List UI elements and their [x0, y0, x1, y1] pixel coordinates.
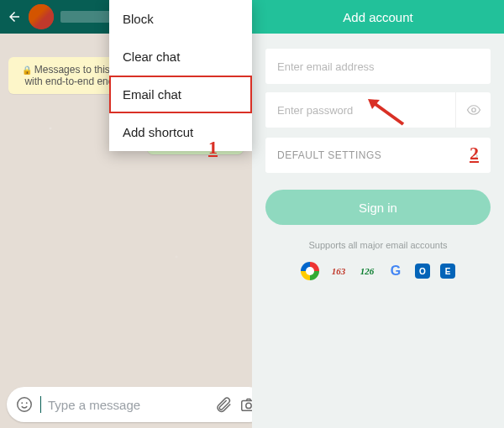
provider-google-icon: G [386, 262, 405, 280]
add-account-panel: Add account DEFAULT SETTINGS › Sign in S… [252, 0, 504, 428]
message-input[interactable] [48, 398, 207, 412]
annotation-1: 1 [208, 137, 218, 159]
supports-label: Supports all major email accounts [265, 240, 491, 250]
sign-in-label: Sign in [359, 201, 397, 215]
lock-icon: 🔒 [22, 65, 32, 75]
svg-point-0 [18, 398, 32, 412]
menu-item-block[interactable]: Block [109, 0, 252, 38]
provider-qq-icon [301, 262, 319, 280]
avatar[interactable] [29, 4, 54, 29]
svg-point-1 [21, 402, 23, 404]
menu-item-email-chat[interactable]: Email chat [109, 76, 252, 113]
add-account-title: Add account [343, 10, 412, 24]
menu-item-clear-chat[interactable]: Clear chat [109, 38, 252, 76]
email-field[interactable] [265, 49, 491, 84]
annotation-2: 2 [470, 143, 479, 164]
sign-in-button[interactable]: Sign in [265, 190, 491, 225]
provider-logos: 163 126 G O E [265, 262, 491, 280]
emoji-icon[interactable] [15, 395, 34, 414]
overflow-menu: Block Clear chat Email chat Add shortcut [109, 0, 252, 151]
default-settings-label: DEFAULT SETTINGS [277, 149, 381, 161]
show-password-icon[interactable] [455, 92, 491, 128]
svg-point-2 [26, 402, 28, 404]
message-input-container [7, 387, 266, 422]
provider-126-icon: 126 [358, 262, 376, 280]
svg-point-5 [471, 108, 475, 112]
password-row [265, 92, 491, 128]
menu-item-add-shortcut[interactable]: Add shortcut [109, 113, 252, 151]
back-icon[interactable] [7, 9, 22, 24]
add-account-body: DEFAULT SETTINGS › Sign in Supports all … [252, 34, 504, 295]
provider-exchange-icon: E [440, 264, 455, 279]
provider-163-icon: 163 [329, 262, 348, 280]
default-settings-row[interactable]: DEFAULT SETTINGS › [265, 138, 491, 173]
password-field[interactable] [265, 92, 455, 128]
add-account-header: Add account [252, 0, 504, 34]
svg-point-4 [246, 403, 251, 408]
text-cursor [40, 396, 41, 413]
attach-icon[interactable] [214, 395, 233, 414]
provider-outlook-icon: O [415, 264, 430, 279]
composer [0, 381, 252, 428]
annotation-arrow-icon [366, 97, 405, 126]
whatsapp-chat-panel: 🔒Messages to this chat and calls are sec… [0, 0, 252, 428]
